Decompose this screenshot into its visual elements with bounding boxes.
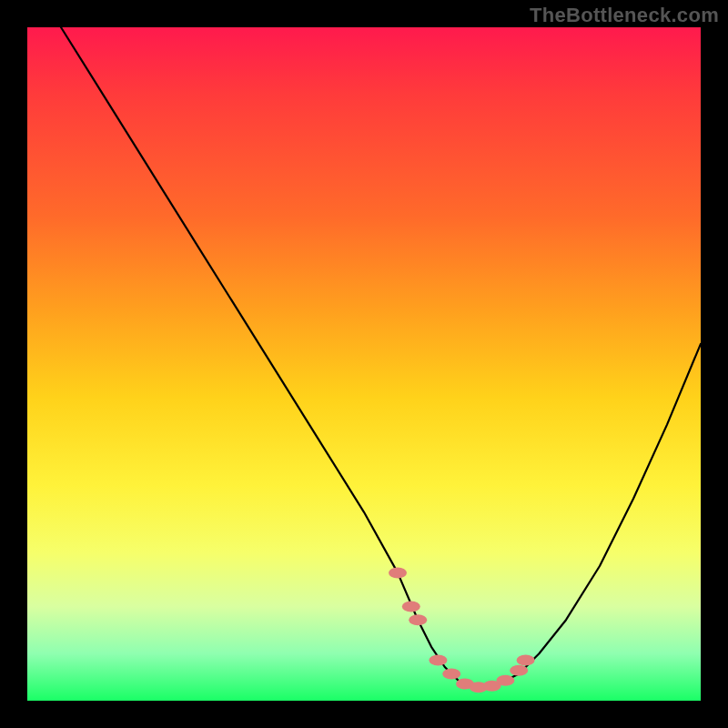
- highlight-dot: [510, 665, 528, 676]
- watermark-text: TheBottleneck.com: [530, 4, 719, 27]
- bottleneck-curve: [61, 27, 701, 687]
- highlight-dot: [409, 614, 427, 625]
- curve-svg: [27, 27, 701, 701]
- highlight-dot: [517, 655, 535, 666]
- highlight-dot: [402, 601, 420, 612]
- highlight-dot: [442, 668, 460, 679]
- highlight-dots: [389, 567, 535, 693]
- highlight-dot: [429, 655, 447, 666]
- plot-area: [27, 27, 701, 701]
- highlight-dot: [389, 567, 407, 578]
- highlight-dot: [496, 675, 514, 686]
- chart-frame: TheBottleneck.com: [0, 0, 728, 728]
